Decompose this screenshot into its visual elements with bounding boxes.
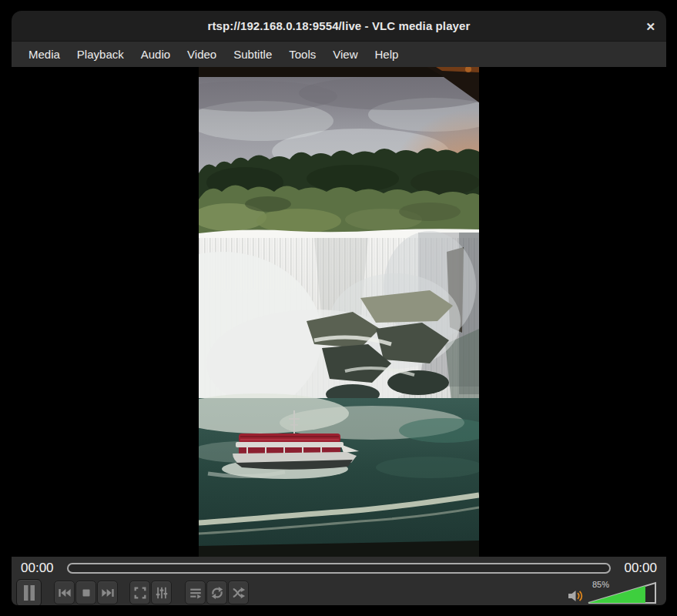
extended-settings-button[interactable] — [151, 581, 172, 604]
menu-bar: Media Playback Audio Video Subtitle Tool… — [12, 41, 666, 67]
previous-button[interactable] — [54, 581, 75, 604]
pause-icon — [22, 585, 36, 601]
close-button[interactable]: ✕ — [645, 20, 655, 32]
shuffle-icon — [232, 586, 246, 600]
loop-button[interactable] — [206, 581, 227, 604]
shuffle-button[interactable] — [228, 581, 249, 604]
menu-item-media[interactable]: Media — [20, 42, 69, 67]
video-area — [12, 67, 666, 557]
seek-slider[interactable] — [67, 563, 611, 574]
menu-item-playback[interactable]: Playback — [69, 42, 132, 67]
menu-item-audio[interactable]: Audio — [132, 42, 179, 67]
control-bar: 00:00 00:00 — [12, 557, 666, 605]
fullscreen-icon — [133, 586, 147, 600]
video-frame[interactable] — [199, 67, 479, 557]
menu-item-view[interactable]: View — [324, 42, 366, 67]
volume-percent-label: 85% — [592, 580, 609, 589]
window-title: rtsp://192.168.0.18:9554/live - VLC medi… — [208, 19, 471, 32]
niagara-falls-video — [199, 67, 479, 557]
volume-area: 85% — [568, 580, 659, 606]
loop-icon — [210, 586, 224, 600]
previous-icon — [58, 586, 72, 600]
playlist-button[interactable] — [185, 581, 206, 604]
speaker-icon[interactable] — [568, 588, 585, 604]
next-button[interactable] — [97, 581, 118, 604]
menu-item-tools[interactable]: Tools — [280, 42, 324, 67]
menu-item-video[interactable]: Video — [179, 42, 225, 67]
pause-button[interactable] — [16, 579, 42, 606]
menu-item-subtitle[interactable]: Subtitle — [225, 42, 280, 67]
elapsed-time: 00:00 — [21, 561, 59, 576]
seek-row: 00:00 00:00 — [12, 560, 666, 577]
playlist-icon — [189, 586, 203, 600]
equalizer-icon — [155, 586, 169, 600]
menu-item-help[interactable]: Help — [367, 42, 407, 67]
stop-icon — [79, 586, 93, 600]
remaining-time: 00:00 — [618, 561, 657, 576]
vlc-window: rtsp://192.168.0.18:9554/live - VLC medi… — [12, 11, 666, 605]
fullscreen-button[interactable] — [129, 581, 150, 604]
next-icon — [101, 586, 115, 600]
stop-button[interactable] — [75, 581, 96, 604]
buttons-row: 85% — [12, 578, 666, 605]
titlebar[interactable]: rtsp://192.168.0.18:9554/live - VLC medi… — [12, 11, 666, 41]
